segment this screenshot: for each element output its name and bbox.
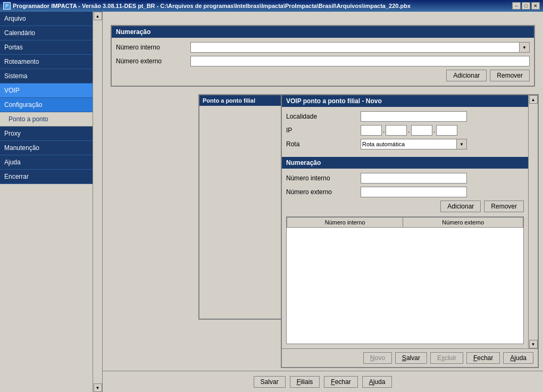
rota-arrow[interactable]: ▼ [456, 139, 467, 149]
title-text: Programador IMPACTA - Versão 3.08.11-DES… [13, 3, 411, 9]
localidade-label: Localidade [286, 113, 361, 120]
sidebar-item-manutencao[interactable]: Manutenção [0, 141, 93, 155]
sub-panel-body [199, 106, 281, 319]
sidebar-item-calendario[interactable]: Calendário [0, 26, 93, 40]
numeracao-section: Numeração Número interno Número externo [282, 157, 528, 216]
ip-input-group: . . . [361, 125, 524, 136]
sidebar-item-ponto-a-ponto[interactable]: Ponto a ponto [0, 112, 93, 127]
voip-scroll-up[interactable]: ▲ [529, 95, 538, 104]
rota-row: Rota Rota automática Rota manual ▼ [286, 139, 524, 149]
ip-part3[interactable] [411, 125, 432, 136]
numero-externo-input-bg[interactable] [190, 56, 530, 66]
numeracao-bg-header: Numeração [112, 26, 534, 38]
ip-label: IP [286, 127, 361, 134]
excluir-label: Excluir [437, 354, 456, 362]
app-icon: P [3, 2, 11, 10]
remover-btn-bg[interactable]: Remover [490, 70, 530, 81]
sidebar-item-proxy[interactable]: Proxy [0, 127, 93, 141]
col-interno: Número interno [287, 218, 403, 228]
num-externo-row: Número externo [286, 187, 524, 197]
novo-btn[interactable]: Novo [363, 352, 392, 364]
ip-part2[interactable] [386, 125, 407, 136]
sidebar-scroll-track [94, 20, 102, 383]
numero-interno-row-bg: Número interno ▼ [116, 42, 530, 53]
sidebar-items: Arquivo Calendário Portas Roteamento Sis… [0, 12, 102, 392]
sidebar-item-portas[interactable]: Portas [0, 40, 93, 55]
voip-header-section: VOIP ponto a ponto filial - Novo Localid… [282, 95, 528, 157]
sidebar-scroll-down[interactable]: ▼ [94, 383, 102, 392]
ip-dot2: . [408, 127, 410, 134]
sub-panel: Ponto a ponto filial [198, 94, 281, 320]
ajuda-label: Ajuda [510, 354, 527, 362]
fechar-btn[interactable]: Fechar [466, 352, 500, 364]
adicionar-btn[interactable]: Adicionar [440, 201, 481, 212]
rota-select[interactable]: Rota automática Rota manual [361, 139, 467, 149]
ip-part4[interactable] [436, 125, 457, 136]
footer-salvar-label: Salvar [261, 378, 279, 386]
footer-fechar-label: Fechar [331, 378, 350, 386]
title-bar-left: P Programador IMPACTA - Versão 3.08.11-D… [3, 2, 411, 10]
sidebar-item-arquivo[interactable]: Arquivo [0, 12, 93, 26]
sidebar-item-encerrar[interactable]: Encerrar [0, 170, 93, 184]
ajuda-btn[interactable]: Ajuda [503, 352, 533, 364]
novo-underline: N [370, 354, 375, 362]
localidade-input[interactable] [361, 111, 467, 122]
numero-interno-arrow-bg[interactable]: ▼ [519, 42, 530, 53]
numeracao-section-body: Número interno Número externo Adicionar … [282, 169, 528, 216]
sidebar-item-roteamento[interactable]: Roteamento [0, 55, 93, 69]
footer-ajuda-btn[interactable]: Ajuda [362, 376, 392, 388]
numero-interno-label-bg: Número interno [116, 44, 190, 51]
sidebar-item-ajuda[interactable]: Ajuda [0, 155, 93, 170]
num-externo-label: Número externo [286, 188, 361, 196]
minimize-button[interactable]: − [512, 2, 521, 10]
title-controls: − □ ✕ [512, 2, 540, 10]
num-externo-input[interactable] [361, 187, 467, 197]
numero-externo-row-bg: Número externo [116, 56, 530, 66]
title-bar: P Programador IMPACTA - Versão 3.08.11-D… [0, 0, 543, 12]
table-area: Número interno Número externo [286, 216, 524, 344]
voip-scroll-area: VOIP ponto a ponto filial - Novo Localid… [282, 95, 538, 348]
sidebar-item-configuracao[interactable]: Configuração [0, 98, 93, 112]
excluir-btn[interactable]: Excluir [430, 352, 463, 364]
footer-salvar-btn[interactable]: Salvar [254, 376, 286, 388]
sidebar-scroll-up[interactable]: ▲ [94, 12, 102, 20]
close-button[interactable]: ✕ [531, 2, 540, 10]
footer-fechar-btn[interactable]: Fechar [324, 376, 357, 388]
salvar-label: Salvar [402, 354, 420, 362]
numeracao-section-header: Numeração [282, 157, 528, 169]
numeracao-bg-body: Número interno ▼ Número externo Adiciona… [112, 38, 534, 86]
sidebar: Arquivo Calendário Portas Roteamento Sis… [0, 12, 103, 392]
num-interno-input[interactable] [361, 173, 467, 184]
ip-part1[interactable] [361, 125, 382, 136]
localidade-row: Localidade [286, 111, 524, 122]
col-externo: Número externo [403, 218, 523, 228]
numero-interno-select-bg[interactable] [190, 42, 530, 53]
novo-label: Novo [370, 354, 385, 362]
adicionar-btn-bg[interactable]: Adicionar [446, 70, 487, 81]
numeracao-table: Número interno Número externo [287, 217, 523, 228]
voip-scrollbar: ▲ ▼ [528, 95, 538, 348]
voip-dialog-header: VOIP ponto a ponto filial - Novo [282, 95, 528, 107]
footer-ajuda-label: Ajuda [369, 378, 386, 386]
fechar-label: Fechar [473, 354, 493, 362]
ip-dot1: . [383, 127, 385, 134]
voip-bottom-btns: Novo Salvar Excluir Fechar Ajuda [282, 348, 538, 367]
remover-btn[interactable]: Remover [484, 201, 524, 212]
voip-header-body: Localidade IP . . [282, 107, 528, 157]
voip-scroll-down[interactable]: ▼ [529, 340, 538, 348]
voip-scroll-track [529, 104, 538, 340]
salvar-btn[interactable]: Salvar [395, 352, 427, 364]
numero-interno-select-wrapper: ▼ [190, 42, 530, 53]
main-container: Arquivo Calendário Portas Roteamento Sis… [0, 12, 543, 392]
num-interno-label: Número interno [286, 174, 361, 182]
sidebar-item-voip[interactable]: VOIP [0, 84, 93, 98]
sub-panel-header: Ponto a ponto filial [199, 95, 281, 106]
ip-dot3: . [433, 127, 435, 134]
sidebar-item-sistema[interactable]: Sistema [0, 69, 93, 84]
content-area: Numeração Número interno ▼ Número extern… [103, 12, 543, 392]
btn-row-bg: Adicionar Remover [116, 70, 530, 81]
maximize-button[interactable]: □ [522, 2, 530, 10]
ip-row: IP . . . [286, 125, 524, 136]
footer-filiais-label: Filiais [297, 378, 313, 386]
footer-filiais-btn[interactable]: Filiais [290, 376, 320, 388]
